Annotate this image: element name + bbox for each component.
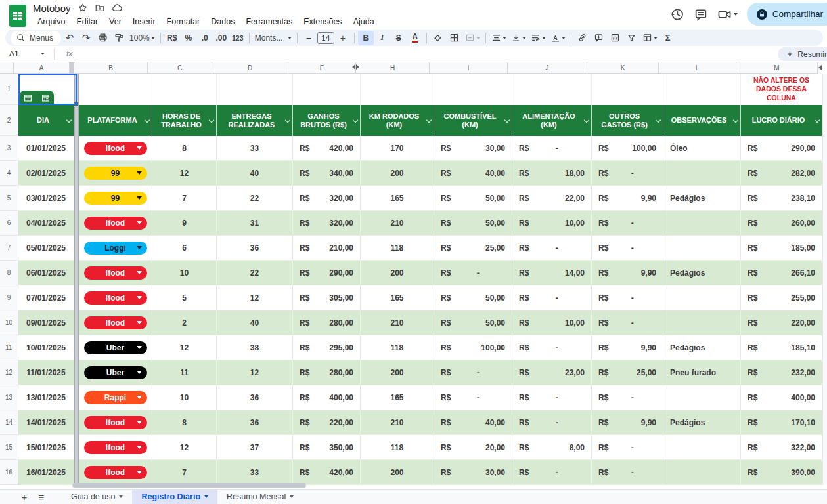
undo-button[interactable]: ↶ [62, 31, 78, 45]
header-ganhos[interactable]: GANHOS BRUTOS (R$) [293, 105, 361, 136]
add-sheet-button[interactable]: + [16, 490, 33, 504]
star-icon[interactable] [78, 3, 88, 13]
cell-dia[interactable]: 02/01/2025 [18, 161, 74, 186]
cell-alimentacao[interactable]: R$14,00 [512, 261, 592, 285]
cell-observacoes[interactable] [663, 310, 741, 335]
comments-icon[interactable] [694, 7, 708, 22]
cell-horas[interactable]: 10 [152, 385, 217, 410]
cell-dia[interactable]: 16/01/2025 [18, 460, 74, 485]
cell-ganhos[interactable]: R$290,00 [293, 261, 361, 285]
cell-dia[interactable]: 01/01/2025 [18, 136, 74, 161]
filter-chevron-icon[interactable] [815, 118, 820, 123]
cell-plataforma[interactable]: Ifood [79, 460, 152, 485]
cell-outros[interactable]: R$100,00 [592, 136, 663, 161]
cell-ganhos[interactable]: R$400,00 [293, 385, 361, 410]
horizontal-align-button[interactable] [489, 31, 508, 45]
zoom-select[interactable]: 100% [127, 31, 157, 45]
horizontal-scrollbar[interactable] [72, 483, 306, 488]
platform-pill[interactable]: Ifood [84, 466, 147, 479]
cell-lucro[interactable]: R$266,10 [741, 261, 822, 285]
cell-alimentacao[interactable]: R$22,00 [512, 186, 592, 211]
cell-km[interactable]: 118 [361, 435, 434, 460]
cell-dia[interactable]: 13/01/2025 [18, 385, 74, 410]
cell-ganhos[interactable]: R$305,00 [293, 285, 361, 310]
platform-pill[interactable]: Ifood [84, 316, 147, 329]
col-header-E[interactable]: E [288, 62, 356, 74]
cell-km[interactable]: 200 [361, 460, 434, 485]
cell-I1[interactable] [434, 74, 512, 105]
cell-observacoes[interactable] [663, 161, 741, 186]
cell-plataforma[interactable]: 99 [79, 161, 152, 186]
cell-combustivel[interactable]: R$- [434, 261, 512, 285]
cell-observacoes[interactable]: Pedágios [663, 261, 741, 285]
cell-ganhos[interactable]: R$320,00 [293, 186, 361, 211]
row-header[interactable]: 12 [0, 360, 18, 385]
cell-alimentacao[interactable]: R$- [512, 136, 592, 161]
cell-K1[interactable] [592, 74, 663, 105]
platform-pill[interactable]: Ifood [84, 441, 147, 454]
all-sheets-menu-button[interactable]: ≡ [33, 490, 50, 504]
row-header[interactable]: 8 [0, 261, 18, 285]
col-header-I[interactable]: I [430, 62, 508, 74]
cell-B1[interactable] [79, 74, 152, 105]
cell-combustivel[interactable]: R$50,00 [434, 211, 512, 236]
platform-pill[interactable]: Loggi [84, 242, 147, 255]
col-header-C[interactable]: C [148, 62, 212, 74]
cell-dia[interactable]: 07/01/2025 [18, 285, 74, 310]
header-alimentacao[interactable]: ALIMENTAÇÃO (KM) [512, 105, 592, 136]
insert-comment-button[interactable] [591, 31, 607, 45]
cell-H1[interactable] [361, 74, 434, 105]
cell-outros[interactable]: R$9,90 [592, 261, 663, 285]
vertical-scrollbar[interactable] [822, 74, 827, 485]
cell-plataforma[interactable]: Ifood [79, 136, 152, 161]
header-km[interactable]: KM RODADOS (KM) [361, 105, 434, 136]
col-header-K[interactable]: K [587, 62, 659, 74]
cell-observacoes[interactable] [663, 385, 741, 410]
filter-chevron-icon[interactable] [286, 118, 290, 123]
platform-pill[interactable]: Rappi [84, 391, 147, 404]
row-header[interactable]: 6 [0, 211, 18, 236]
menu-extensoes[interactable]: Extensões [299, 16, 346, 27]
borders-button[interactable] [447, 31, 462, 45]
cell-entregas[interactable]: 38 [217, 335, 293, 360]
cell-dia[interactable]: 04/01/2025 [18, 211, 74, 236]
col-header-B[interactable]: B [74, 62, 148, 74]
decrease-decimals-button[interactable]: .0 [197, 31, 213, 45]
cell-alimentacao[interactable]: R$8,00 [512, 435, 592, 460]
text-color-button[interactable]: A [407, 31, 423, 45]
cell-combustivel[interactable]: R$50,00 [434, 310, 512, 335]
filter-chevron-icon[interactable] [67, 118, 72, 123]
row-header[interactable]: 9 [0, 285, 18, 310]
frozen-pane-divider[interactable] [70, 62, 74, 74]
menu-ajuda[interactable]: Ajuda [349, 16, 379, 27]
cell-entregas[interactable]: 31 [217, 211, 293, 236]
header-lucro[interactable]: LUCRO DIÁRIO [741, 105, 822, 136]
table-views-button[interactable] [640, 31, 659, 45]
filter-chevron-icon[interactable] [585, 118, 589, 123]
cell-alimentacao[interactable]: R$10,00 [512, 310, 592, 335]
filter-chevron-icon[interactable] [734, 118, 738, 123]
cell-ganhos[interactable]: R$220,00 [293, 410, 361, 435]
row-header[interactable]: 10 [0, 310, 18, 335]
cell-km[interactable]: 200 [361, 360, 434, 385]
cell-J1[interactable] [512, 74, 592, 105]
menu-formatar[interactable]: Formatar [162, 16, 205, 27]
cell-dia[interactable]: 11/01/2025 [18, 360, 74, 385]
cell-entregas[interactable]: 12 [217, 360, 293, 385]
cell-horas[interactable]: 10 [152, 261, 217, 285]
cell-entregas[interactable]: 22 [217, 261, 293, 285]
cell-dia[interactable]: 14/01/2025 [18, 410, 74, 435]
cell-lucro[interactable]: R$390,00 [741, 460, 822, 485]
cell-combustivel[interactable]: R$30,00 [434, 460, 512, 485]
cell-lucro[interactable]: R$260,00 [741, 211, 822, 236]
cell-C1[interactable] [152, 74, 217, 105]
cell-observacoes[interactable]: Óleo [663, 136, 741, 161]
menu-ferramentas[interactable]: Ferramentas [241, 16, 297, 27]
cell-horas[interactable]: 12 [152, 161, 217, 186]
cell-outros[interactable]: R$9,90 [592, 335, 663, 360]
cell-entregas[interactable]: 12 [217, 285, 293, 310]
platform-pill[interactable]: Ifood [84, 291, 147, 304]
create-filter-button[interactable] [624, 31, 640, 45]
row-header[interactable]: 3 [0, 136, 18, 161]
cell-horas[interactable]: 8 [152, 410, 217, 435]
